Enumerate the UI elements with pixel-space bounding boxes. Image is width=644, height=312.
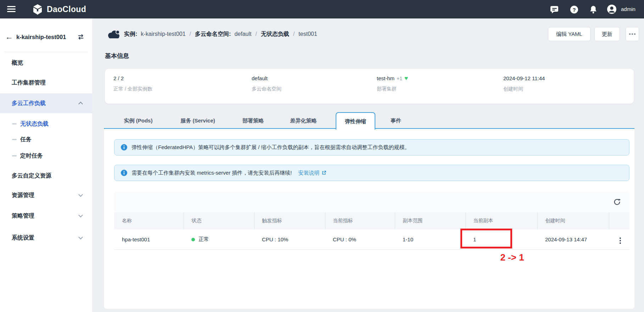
topbar: DaoCloud ? admin [0,0,644,18]
tab-service[interactable]: 服务 (Service) [168,112,227,129]
edit-yaml-button[interactable]: 编辑 YAML [548,27,590,41]
col-trigger-metric: 触发指标 [254,212,325,229]
hpa-table-card: 名称 状态 触发指标 当前指标 副本范围 当前副本 创建时间 hpa-test0… [114,192,629,250]
daocloud-logo-icon [32,4,43,16]
healthy-heart-icon: ♥ [404,75,408,81]
cell-created-time: 2024-09-13 14:47 [537,229,609,250]
created-time-value: 2024-09-12 11:44 [503,75,545,81]
external-link-icon [321,170,326,175]
cell-status: 正常 [184,229,254,250]
brand-name: DaoCloud [47,0,86,18]
namespace-value: default [252,75,268,81]
username[interactable]: admin [621,0,635,18]
hpa-info-text: 弹性伸缩（FederatedHPA）策略可以跨多个集群扩展 / 缩小工作负载的副… [131,144,410,151]
cluster-switcher: ← k-kairship-test001 [0,31,92,43]
basic-info-title: 基本信息 [105,52,129,60]
table-row: hpa-test001 正常 CPU : 10% CPU : 0% 1-10 1… [114,229,629,250]
col-current-metric: 当前指标 [325,212,395,229]
status-text: 正常 [198,236,209,243]
tab-deploy-policy[interactable]: 部署策略 [232,112,274,129]
status-dot-icon [191,238,195,241]
sidebar-item-system-settings[interactable]: 系统设置 [0,228,92,247]
refresh-icon[interactable] [613,198,621,207]
replica-highlight-box [460,229,512,248]
created-time-label: 创建时间 [503,86,523,92]
hamburger-menu-icon[interactable] [7,6,16,12]
info-icon [121,144,127,150]
chevron-down-icon [78,192,83,197]
cloud-icon [106,29,121,39]
basic-info-card: 2 / 2 正常 / 全部实例数 default 多云命名空间 test-hm … [105,69,634,104]
breadcrumb-workload-name: test001 [298,31,317,37]
main-content: 实例: k-kairship-test001 / 多云命名空间: default… [92,18,644,312]
chevron-down-icon [78,213,83,218]
hpa-info-banner: 弹性伸缩（FederatedHPA）策略可以跨多个集群扩展 / 缩小工作负载的副… [114,139,629,155]
tab-differentiation-policy[interactable]: 差异化策略 [279,112,327,129]
back-arrow-icon[interactable]: ← [5,32,13,42]
avatar[interactable] [607,4,617,16]
col-actions [609,212,629,229]
sidebar-item-multicloud-workloads[interactable]: 多云工作负载 [0,93,92,113]
tab-events[interactable]: 事件 [380,112,412,129]
install-guide-link[interactable]: 安装说明 [298,170,326,176]
col-status: 状态 [184,212,254,229]
more-horizontal-icon [632,33,633,35]
update-button[interactable]: 更新 [594,27,620,41]
table-header-row: 名称 状态 触发指标 当前指标 副本范围 当前副本 创建时间 [114,212,629,229]
cell-name[interactable]: hpa-test001 [114,229,184,250]
svg-text:?: ? [572,7,576,13]
breadcrumb-instance-value[interactable]: k-kairship-test001 [141,31,185,37]
col-created-time: 创建时间 [537,212,609,229]
sidebar-item-cluster-management[interactable]: 工作集群管理 [0,73,92,92]
cell-trigger-metric: CPU : 10% [254,229,325,250]
info-icon [121,170,127,176]
table-toolbar [114,192,629,212]
help-icon[interactable]: ? [570,5,579,16]
bell-icon[interactable] [589,5,598,16]
deploy-cluster-name[interactable]: test-hm [377,75,394,81]
metrics-server-text: 需要在每个工作集群内安装 metrics-server 插件，请先安装后再继续! [131,170,292,176]
replica-change-annotation: 2 -> 1 [482,252,542,263]
sidebar-item-resource-management[interactable]: 资源管理 [0,186,92,205]
breadcrumb-separator: / [293,31,295,37]
instances-value: 2 / 2 [113,75,124,81]
submenu-dash [12,124,17,125]
chat-icon[interactable] [550,5,559,16]
hpa-table: 名称 状态 触发指标 当前指标 副本范围 当前副本 创建时间 hpa-test0… [114,212,629,250]
deploy-cluster-extra-count[interactable]: +1 [397,76,402,81]
chevron-up-icon [78,102,83,106]
breadcrumb-separator: / [255,31,257,37]
breadcrumb-instance-label: 实例: [124,31,137,38]
instances-label: 正常 / 全部实例数 [113,86,152,92]
col-replica-range: 副本范围 [395,212,465,229]
tab-pods[interactable]: 实例 (Pods) [113,112,163,129]
metrics-server-banner: 需要在每个工作集群内安装 metrics-server 插件，请先安装后再继续!… [114,165,629,181]
breadcrumb: 实例: k-kairship-test001 / 多云命名空间: default… [106,28,317,40]
breadcrumb-separator: / [189,31,191,37]
switch-cluster-icon[interactable] [77,33,84,42]
sidebar-item-custom-resources[interactable]: 多云自定义资源 [0,166,92,185]
chevron-down-icon [78,235,83,240]
cell-actions [609,229,629,250]
tab-elastic-scaling[interactable]: 弹性伸缩 [336,112,375,130]
cell-current-metric: CPU : 0% [325,229,395,250]
submenu-dash [12,155,17,157]
sidebar: ← k-kairship-test001 概览 工作集群管理 多云工作负载 无状… [0,18,92,312]
col-current-replicas: 当前副本 [465,212,537,229]
row-actions-icon[interactable] [620,240,621,241]
sidebar-item-overview[interactable]: 概览 [0,53,92,72]
namespace-label: 多云命名空间 [252,86,281,92]
breadcrumb-namespace-value[interactable]: default [234,31,251,37]
breadcrumb-workload-type[interactable]: 无状态负载 [261,31,289,38]
more-actions-button[interactable] [626,27,639,41]
current-cluster-name: k-kairship-test001 [16,31,66,43]
sidebar-item-cronjobs[interactable]: 定时任务 [0,146,92,165]
cell-replica-range: 1-10 [395,229,465,250]
sidebar-divider [4,52,88,52]
submenu-dash [12,139,17,140]
col-name: 名称 [114,212,184,229]
deploy-clusters-label: 部署集群 [377,86,397,92]
sidebar-item-policy-management[interactable]: 策略管理 [0,206,92,225]
breadcrumb-namespace-label: 多云命名空间: [195,31,231,38]
